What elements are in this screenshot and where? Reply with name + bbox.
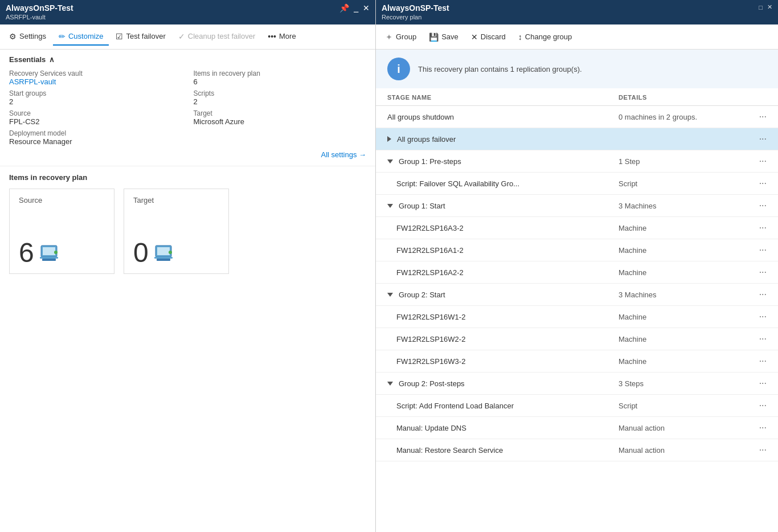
items-section: Items in recovery plan Source 6 [0, 166, 375, 532]
vault-value[interactable]: ASRFPL-vault [9, 77, 56, 86]
essentials-header[interactable]: Essentials ∧ [9, 55, 366, 64]
row-menu-button[interactable]: ··· [744, 356, 767, 366]
row-detail: 3 Machines [619, 290, 744, 299]
row-name: Manual: Restore Search Service [396, 446, 619, 455]
row-menu-button[interactable]: ··· [744, 334, 767, 344]
row-name: All groups failover [387, 135, 619, 144]
row-name: Manual: Update DNS [396, 424, 619, 432]
row-menu-button[interactable]: ··· [744, 423, 767, 433]
customize-icon: ✏ [59, 32, 65, 41]
row-detail: 0 machines in 2 groups. [619, 113, 744, 121]
pin-icon[interactable]: 📌 [339, 3, 349, 13]
table-row: Group 1: Start 3 Machines ··· [376, 195, 778, 217]
essentials-section: Essentials ∧ Recovery Services vault ASR… [0, 50, 375, 166]
table-row: FW12R2LSP16A1-2 Machine ··· [376, 239, 778, 261]
test-failover-button[interactable]: ☑ Test failover [110, 28, 171, 46]
essentials-title: Essentials [9, 55, 46, 64]
row-name: FW12R2LSP16W2-2 [396, 335, 619, 343]
table-body: All groups shutdown 0 machines in 2 grou… [376, 106, 778, 461]
svg-rect-1 [43, 247, 55, 255]
items-label: Items in recovery plan [194, 69, 367, 77]
right-window-controls: □ ✕ [759, 3, 772, 11]
field-items-count: Items in recovery plan 6 [194, 69, 367, 86]
row-detail: Machine [619, 268, 744, 277]
row-name: FW12R2LSP16W3-2 [396, 357, 619, 366]
target-card-label: Target [133, 196, 219, 204]
table-row: Script: Failover SQL Availability Gro...… [376, 173, 778, 195]
essentials-grid: Recovery Services vault ASRFPL-vault Ite… [9, 69, 366, 146]
svg-rect-3 [42, 259, 56, 261]
items-header: Items in recovery plan [9, 173, 366, 182]
all-settings-link-container: All settings → [9, 146, 366, 160]
row-detail: 1 Step [619, 157, 744, 166]
test-failover-icon: ☑ [116, 32, 123, 41]
deployment-value: Resource Manager [9, 137, 182, 146]
close-icon[interactable]: ✕ [363, 3, 370, 13]
target-card: Target 0 [124, 189, 229, 274]
table-row: Group 2: Start 3 Machines ··· [376, 284, 778, 306]
save-button[interactable]: 💾 Save [423, 29, 464, 45]
row-name: FW12R2LSP16A3-2 [396, 224, 619, 232]
row-menu-button[interactable]: ··· [744, 267, 767, 277]
info-text: This recovery plan contains 1 replicatio… [418, 65, 582, 73]
left-title-bar: AlwaysOnSP-Test ASRFPL-vault 📌 ⎯ ✕ [0, 0, 375, 24]
minimize-icon[interactable]: ⎯ [354, 3, 358, 13]
row-menu-button[interactable]: ··· [744, 223, 767, 233]
row-menu-button[interactable]: ··· [744, 445, 767, 455]
row-detail: Script [619, 179, 744, 188]
right-toolbar: ＋ Group 💾 Save ✕ Discard ↕ Change group [376, 24, 778, 50]
deployment-label: Deployment model [9, 129, 182, 137]
vault-label: Recovery Services vault [9, 69, 182, 77]
field-deployment: Deployment model Resource Manager [9, 129, 182, 146]
row-menu-button[interactable]: ··· [744, 134, 767, 144]
row-menu-button[interactable]: ··· [744, 400, 767, 411]
right-close-icon[interactable]: ✕ [767, 3, 772, 11]
row-menu-button[interactable]: ··· [744, 200, 767, 211]
customize-button[interactable]: ✏ Customize [53, 28, 109, 46]
field-start-groups: Start groups 2 [9, 89, 182, 106]
more-icon: ••• [268, 32, 276, 41]
target-vm-icon [154, 244, 175, 261]
row-menu-button[interactable]: ··· [744, 312, 767, 322]
field-target: Target Microsoft Azure [194, 109, 367, 126]
change-group-button[interactable]: ↕ Change group [513, 29, 578, 45]
row-detail: Machine [619, 357, 744, 366]
row-detail: Manual action [619, 446, 744, 455]
right-restore-icon[interactable]: □ [759, 4, 763, 11]
row-menu-button[interactable]: ··· [744, 112, 767, 122]
table-row: Script: Add Frontend Load Balancer Scrip… [376, 395, 778, 417]
row-menu-button[interactable]: ··· [744, 378, 767, 388]
row-menu-button[interactable]: ··· [744, 178, 767, 189]
row-name: All groups shutdown [387, 113, 619, 121]
row-name: Script: Add Frontend Load Balancer [396, 402, 619, 410]
row-menu-button[interactable]: ··· [744, 156, 767, 166]
table-row: FW12R2LSP16A3-2 Machine ··· [376, 217, 778, 239]
table-header: STAGE NAME DETAILS [376, 88, 778, 106]
items-value: 6 [194, 77, 367, 86]
right-title: AlwaysOnSP-Test [382, 3, 449, 13]
row-menu-button[interactable]: ··· [744, 245, 767, 255]
row-detail: Machine [619, 313, 744, 321]
row-detail: 3 Machines [619, 202, 744, 210]
left-panel: AlwaysOnSP-Test ASRFPL-vault 📌 ⎯ ✕ ⚙ Set… [0, 0, 376, 532]
more-button[interactable]: ••• More [262, 28, 301, 46]
row-detail: Machine [619, 246, 744, 255]
target-label: Target [194, 109, 367, 117]
chevron-down-icon [387, 204, 393, 208]
info-icon: i [387, 58, 410, 80]
row-detail: Manual action [619, 424, 744, 432]
row-menu-button[interactable]: ··· [744, 289, 767, 300]
cleanup-icon: ✓ [178, 32, 185, 41]
row-detail: Script [619, 402, 744, 410]
chevron-down-icon [387, 159, 393, 163]
source-label: Source [9, 109, 182, 117]
group-button[interactable]: ＋ Group [379, 28, 422, 46]
all-settings-link[interactable]: All settings → [321, 150, 366, 159]
svg-rect-2 [40, 257, 58, 259]
left-title-info: AlwaysOnSP-Test ASRFPL-vault [6, 3, 73, 21]
settings-button[interactable]: ⚙ Settings [3, 28, 52, 46]
settings-icon: ⚙ [9, 32, 17, 41]
left-subtitle: ASRFPL-vault [6, 14, 46, 21]
table-row: FW12R2LSP16A2-2 Machine ··· [376, 261, 778, 284]
discard-button[interactable]: ✕ Discard [465, 29, 511, 45]
